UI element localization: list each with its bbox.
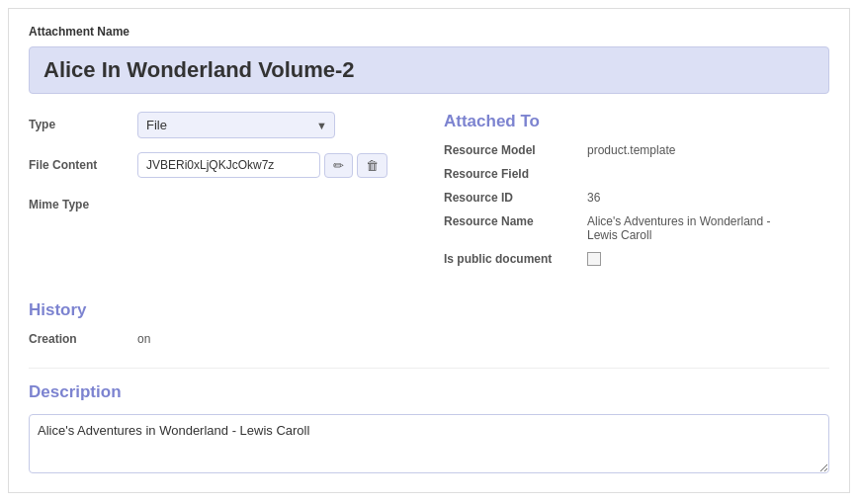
description-textarea[interactable] [29, 414, 829, 473]
resource-id-value: 36 [587, 191, 600, 205]
page-wrapper: Attachment Name Alice In Wonderland Volu… [8, 8, 850, 493]
attachment-name-label: Attachment Name [29, 25, 829, 39]
file-content-text: JVBERi0xLjQKJcOkw7z [137, 152, 320, 178]
type-select[interactable]: File URL [137, 112, 335, 138]
creation-label: Creation [29, 332, 137, 346]
resource-name-row: Resource Name Alice's Adventures in Wond… [444, 214, 829, 242]
mime-type-row: Mime Type [29, 192, 414, 211]
type-label: Type [29, 112, 137, 131]
attachment-title: Alice In Wonderland Volume-2 [29, 46, 829, 94]
edit-icon: ✏ [333, 158, 344, 173]
description-section: Description [29, 368, 829, 476]
left-section: Type File URL ▼ File Content JVB [29, 112, 414, 279]
resource-id-label: Resource ID [444, 191, 587, 205]
type-field-value: File URL ▼ [137, 112, 414, 138]
type-select-wrapper: File URL ▼ [137, 112, 335, 138]
description-title: Description [29, 382, 829, 402]
delete-icon: 🗑 [366, 158, 379, 173]
file-content-row: File Content JVBERi0xLjQKJcOkw7z ✏ 🗑 [29, 152, 414, 178]
type-row: Type File URL ▼ [29, 112, 414, 138]
resource-model-row: Resource Model product.template [444, 143, 829, 157]
history-section: History Creation on [29, 300, 829, 346]
resource-model-label: Resource Model [444, 143, 587, 157]
is-public-value [587, 252, 601, 269]
resource-id-row: Resource ID 36 [444, 191, 829, 205]
edit-file-button[interactable]: ✏ [324, 153, 353, 178]
creation-row: Creation on [29, 332, 829, 346]
creation-value: on [137, 332, 150, 346]
file-content-label: File Content [29, 152, 137, 172]
attached-to-title: Attached To [444, 112, 829, 131]
resource-field-row: Resource Field [444, 167, 829, 181]
history-title: History [29, 300, 829, 320]
delete-file-button[interactable]: 🗑 [357, 153, 387, 178]
is-public-row: Is public document [444, 252, 829, 269]
resource-name-value: Alice's Adventures in Wonderland -Lewis … [587, 214, 771, 242]
is-public-label: Is public document [444, 252, 587, 266]
resource-field-label: Resource Field [444, 167, 587, 181]
resource-name-label: Resource Name [444, 214, 587, 228]
file-content-field-value: JVBERi0xLjQKJcOkw7z ✏ 🗑 [137, 152, 414, 178]
is-public-checkbox[interactable] [587, 252, 601, 266]
right-section: Attached To Resource Model product.templ… [444, 112, 829, 279]
file-content-wrapper: JVBERi0xLjQKJcOkw7z ✏ 🗑 [137, 152, 414, 178]
main-content: Type File URL ▼ File Content JVB [29, 112, 829, 279]
resource-model-value: product.template [587, 143, 675, 157]
mime-type-label: Mime Type [29, 192, 137, 211]
